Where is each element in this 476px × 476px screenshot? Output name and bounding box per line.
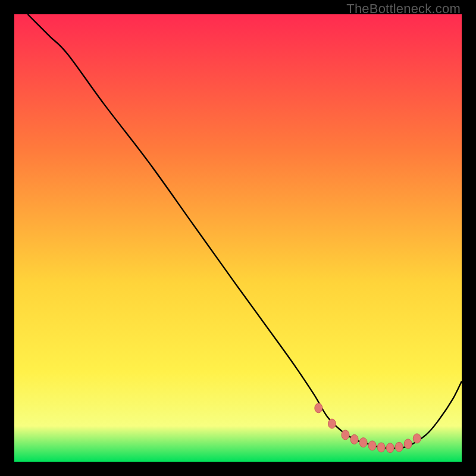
marker-dot — [377, 443, 385, 452]
marker-dot — [328, 419, 336, 428]
marker-dot — [315, 403, 322, 413]
marker-dot — [359, 438, 367, 447]
marker-dot — [404, 439, 412, 449]
gradient-background — [14, 14, 462, 462]
marker-dot — [386, 443, 394, 453]
marker-dot — [342, 430, 349, 440]
marker-dot — [395, 442, 403, 452]
chart-frame: TheBottleneck.com — [0, 0, 476, 476]
marker-dot — [413, 434, 421, 443]
bottleneck-chart — [14, 14, 462, 462]
marker-dot — [350, 434, 358, 444]
marker-dot — [368, 441, 376, 450]
